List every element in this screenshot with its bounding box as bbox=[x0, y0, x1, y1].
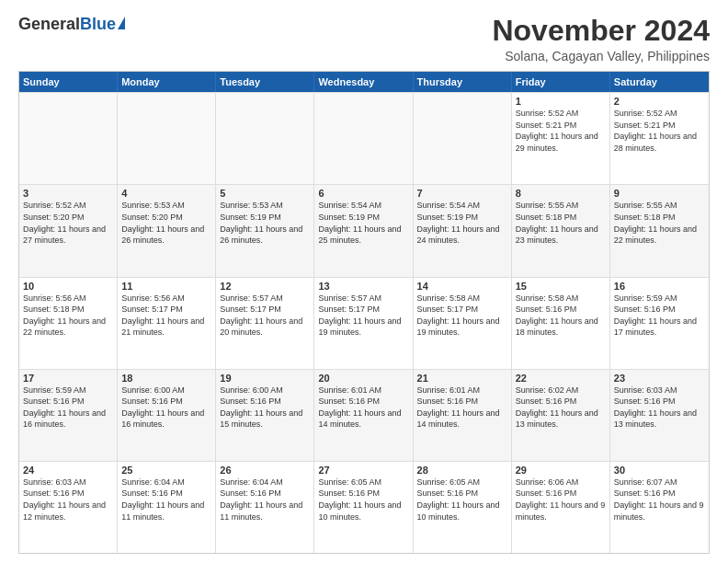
logo: General Blue bbox=[18, 15, 125, 34]
day-number: 10 bbox=[23, 281, 113, 292]
calendar-cell-r3-c3: 20Sunrise: 6:01 AM Sunset: 5:16 PM Dayli… bbox=[314, 370, 413, 461]
header: General Blue November 2024 Solana, Cagay… bbox=[18, 15, 710, 63]
logo-general: General bbox=[18, 15, 80, 34]
day-number: 24 bbox=[23, 465, 113, 476]
header-wednesday: Wednesday bbox=[314, 72, 413, 92]
day-info: Sunrise: 6:05 AM Sunset: 5:16 PM Dayligh… bbox=[417, 477, 507, 523]
calendar-cell-r2-c1: 11Sunrise: 5:56 AM Sunset: 5:17 PM Dayli… bbox=[118, 278, 216, 369]
calendar-cell-r2-c5: 15Sunrise: 5:58 AM Sunset: 5:16 PM Dayli… bbox=[512, 278, 610, 369]
calendar-cell-r0-c0 bbox=[19, 93, 118, 184]
calendar-cell-r2-c4: 14Sunrise: 5:58 AM Sunset: 5:17 PM Dayli… bbox=[414, 278, 512, 369]
calendar-cell-r0-c3 bbox=[314, 93, 413, 184]
calendar-row-4: 17Sunrise: 5:59 AM Sunset: 5:16 PM Dayli… bbox=[19, 369, 709, 461]
calendar-cell-r1-c2: 5Sunrise: 5:53 AM Sunset: 5:19 PM Daylig… bbox=[216, 185, 314, 276]
day-info: Sunrise: 5:55 AM Sunset: 5:18 PM Dayligh… bbox=[614, 200, 705, 246]
calendar-cell-r3-c5: 22Sunrise: 6:02 AM Sunset: 5:16 PM Dayli… bbox=[512, 370, 610, 461]
day-number: 2 bbox=[614, 96, 705, 107]
calendar-cell-r1-c5: 8Sunrise: 5:55 AM Sunset: 5:18 PM Daylig… bbox=[512, 185, 610, 276]
day-info: Sunrise: 6:02 AM Sunset: 5:16 PM Dayligh… bbox=[516, 385, 606, 431]
day-number: 11 bbox=[121, 281, 211, 292]
day-info: Sunrise: 5:53 AM Sunset: 5:19 PM Dayligh… bbox=[220, 200, 310, 246]
header-monday: Monday bbox=[118, 72, 216, 92]
day-info: Sunrise: 6:05 AM Sunset: 5:16 PM Dayligh… bbox=[318, 477, 408, 523]
day-number: 16 bbox=[614, 281, 705, 292]
calendar-cell-r3-c0: 17Sunrise: 5:59 AM Sunset: 5:16 PM Dayli… bbox=[19, 370, 118, 461]
calendar: Sunday Monday Tuesday Wednesday Thursday… bbox=[18, 71, 710, 554]
day-info: Sunrise: 5:52 AM Sunset: 5:21 PM Dayligh… bbox=[614, 108, 705, 154]
day-number: 29 bbox=[516, 465, 606, 476]
day-info: Sunrise: 5:54 AM Sunset: 5:19 PM Dayligh… bbox=[318, 200, 408, 246]
day-info: Sunrise: 5:58 AM Sunset: 5:16 PM Dayligh… bbox=[516, 293, 606, 339]
day-info: Sunrise: 5:52 AM Sunset: 5:20 PM Dayligh… bbox=[23, 200, 113, 246]
day-info: Sunrise: 6:04 AM Sunset: 5:16 PM Dayligh… bbox=[121, 477, 211, 523]
calendar-cell-r2-c3: 13Sunrise: 5:57 AM Sunset: 5:17 PM Dayli… bbox=[314, 278, 413, 369]
day-info: Sunrise: 6:01 AM Sunset: 5:16 PM Dayligh… bbox=[318, 385, 408, 431]
day-info: Sunrise: 5:56 AM Sunset: 5:18 PM Dayligh… bbox=[23, 293, 113, 339]
day-info: Sunrise: 6:03 AM Sunset: 5:16 PM Dayligh… bbox=[614, 385, 705, 431]
day-info: Sunrise: 5:56 AM Sunset: 5:17 PM Dayligh… bbox=[121, 293, 211, 339]
day-info: Sunrise: 5:57 AM Sunset: 5:17 PM Dayligh… bbox=[220, 293, 310, 339]
day-info: Sunrise: 6:00 AM Sunset: 5:16 PM Dayligh… bbox=[121, 385, 211, 431]
calendar-cell-r4-c4: 28Sunrise: 6:05 AM Sunset: 5:16 PM Dayli… bbox=[414, 462, 512, 553]
header-sunday: Sunday bbox=[19, 72, 118, 92]
calendar-cell-r1-c3: 6Sunrise: 5:54 AM Sunset: 5:19 PM Daylig… bbox=[314, 185, 413, 276]
day-number: 1 bbox=[516, 96, 606, 107]
logo-blue: Blue bbox=[80, 15, 116, 34]
title-block: November 2024 Solana, Cagayan Valley, Ph… bbox=[492, 15, 710, 63]
calendar-cell-r0-c4 bbox=[414, 93, 512, 184]
logo-text: General Blue bbox=[18, 15, 125, 34]
day-number: 14 bbox=[417, 281, 507, 292]
day-number: 8 bbox=[516, 188, 606, 199]
day-info: Sunrise: 6:01 AM Sunset: 5:16 PM Dayligh… bbox=[417, 385, 507, 431]
day-number: 7 bbox=[417, 188, 507, 199]
calendar-body: 1Sunrise: 5:52 AM Sunset: 5:21 PM Daylig… bbox=[19, 92, 709, 553]
day-number: 28 bbox=[417, 465, 507, 476]
calendar-cell-r2-c6: 16Sunrise: 5:59 AM Sunset: 5:16 PM Dayli… bbox=[610, 278, 709, 369]
day-number: 18 bbox=[121, 373, 211, 384]
day-info: Sunrise: 5:59 AM Sunset: 5:16 PM Dayligh… bbox=[614, 293, 705, 339]
calendar-row-3: 10Sunrise: 5:56 AM Sunset: 5:18 PM Dayli… bbox=[19, 277, 709, 369]
calendar-row-1: 1Sunrise: 5:52 AM Sunset: 5:21 PM Daylig… bbox=[19, 92, 709, 184]
day-number: 5 bbox=[220, 188, 310, 199]
day-number: 3 bbox=[23, 188, 113, 199]
day-info: Sunrise: 5:55 AM Sunset: 5:18 PM Dayligh… bbox=[516, 200, 606, 246]
day-number: 15 bbox=[516, 281, 606, 292]
header-saturday: Saturday bbox=[610, 72, 709, 92]
calendar-row-5: 24Sunrise: 6:03 AM Sunset: 5:16 PM Dayli… bbox=[19, 461, 709, 553]
calendar-cell-r0-c1 bbox=[118, 93, 216, 184]
month-title: November 2024 bbox=[492, 15, 710, 47]
day-info: Sunrise: 6:03 AM Sunset: 5:16 PM Dayligh… bbox=[23, 477, 113, 523]
calendar-cell-r4-c2: 26Sunrise: 6:04 AM Sunset: 5:16 PM Dayli… bbox=[216, 462, 314, 553]
calendar-cell-r2-c2: 12Sunrise: 5:57 AM Sunset: 5:17 PM Dayli… bbox=[216, 278, 314, 369]
calendar-header: Sunday Monday Tuesday Wednesday Thursday… bbox=[19, 72, 709, 92]
calendar-cell-r1-c0: 3Sunrise: 5:52 AM Sunset: 5:20 PM Daylig… bbox=[19, 185, 118, 276]
day-info: Sunrise: 5:54 AM Sunset: 5:19 PM Dayligh… bbox=[417, 200, 507, 246]
day-number: 12 bbox=[220, 281, 310, 292]
day-number: 13 bbox=[318, 281, 408, 292]
calendar-cell-r4-c5: 29Sunrise: 6:06 AM Sunset: 5:16 PM Dayli… bbox=[512, 462, 610, 553]
day-info: Sunrise: 6:07 AM Sunset: 5:16 PM Dayligh… bbox=[614, 477, 705, 523]
calendar-cell-r4-c0: 24Sunrise: 6:03 AM Sunset: 5:16 PM Dayli… bbox=[19, 462, 118, 553]
day-info: Sunrise: 5:57 AM Sunset: 5:17 PM Dayligh… bbox=[318, 293, 408, 339]
day-info: Sunrise: 6:00 AM Sunset: 5:16 PM Dayligh… bbox=[220, 385, 310, 431]
day-number: 6 bbox=[318, 188, 408, 199]
day-info: Sunrise: 6:06 AM Sunset: 5:16 PM Dayligh… bbox=[516, 477, 606, 523]
calendar-cell-r3-c2: 19Sunrise: 6:00 AM Sunset: 5:16 PM Dayli… bbox=[216, 370, 314, 461]
day-info: Sunrise: 6:04 AM Sunset: 5:16 PM Dayligh… bbox=[220, 477, 310, 523]
day-number: 22 bbox=[516, 373, 606, 384]
calendar-cell-r3-c1: 18Sunrise: 6:00 AM Sunset: 5:16 PM Dayli… bbox=[118, 370, 216, 461]
day-info: Sunrise: 5:52 AM Sunset: 5:21 PM Dayligh… bbox=[516, 108, 606, 154]
calendar-cell-r1-c1: 4Sunrise: 5:53 AM Sunset: 5:20 PM Daylig… bbox=[118, 185, 216, 276]
calendar-cell-r3-c4: 21Sunrise: 6:01 AM Sunset: 5:16 PM Dayli… bbox=[414, 370, 512, 461]
day-number: 27 bbox=[318, 465, 408, 476]
day-number: 17 bbox=[23, 373, 113, 384]
calendar-cell-r4-c3: 27Sunrise: 6:05 AM Sunset: 5:16 PM Dayli… bbox=[314, 462, 413, 553]
day-info: Sunrise: 5:53 AM Sunset: 5:20 PM Dayligh… bbox=[121, 200, 211, 246]
day-number: 23 bbox=[614, 373, 705, 384]
day-number: 25 bbox=[121, 465, 211, 476]
calendar-cell-r0-c2 bbox=[216, 93, 314, 184]
day-info: Sunrise: 5:58 AM Sunset: 5:17 PM Dayligh… bbox=[417, 293, 507, 339]
calendar-cell-r0-c5: 1Sunrise: 5:52 AM Sunset: 5:21 PM Daylig… bbox=[512, 93, 610, 184]
day-number: 19 bbox=[220, 373, 310, 384]
calendar-cell-r1-c4: 7Sunrise: 5:54 AM Sunset: 5:19 PM Daylig… bbox=[414, 185, 512, 276]
